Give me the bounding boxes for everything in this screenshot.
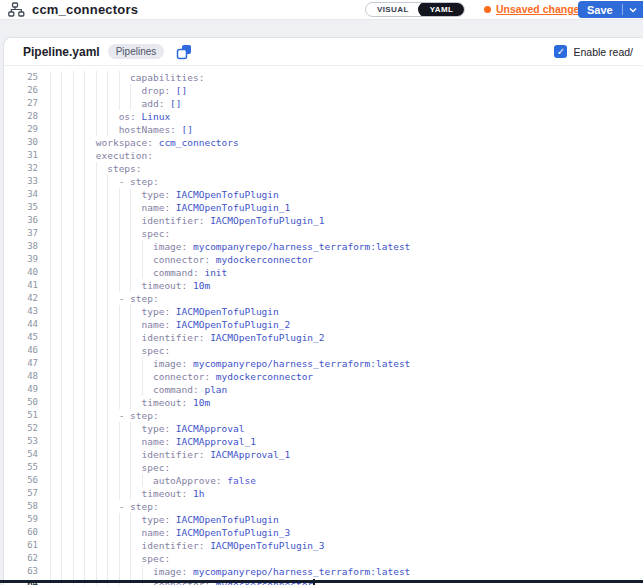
code-text[interactable]: workspace: ccm_connectors <box>44 136 643 149</box>
code-text[interactable]: capabilities: <box>44 71 643 84</box>
code-line[interactable]: 38image: mycompanyrepo/harness_terraform… <box>4 240 643 253</box>
code-text[interactable]: image: mycompanyrepo/harness_terraform:l… <box>44 357 643 370</box>
code-text[interactable]: name: IACMApproval_1 <box>44 435 643 448</box>
unsaved-changes[interactable]: Unsaved changes <box>484 3 585 15</box>
yaml-key: type: <box>142 514 171 525</box>
yaml-value: IACMApproval <box>170 423 244 434</box>
code-text[interactable]: identifier: IACMApproval_1 <box>44 448 643 461</box>
yaml-value: IACMOpenTofuPlugin <box>170 306 279 317</box>
code-text[interactable]: timeout: 1h <box>44 487 643 500</box>
toggle-yaml-option[interactable]: YAML <box>418 2 466 17</box>
copy-icon[interactable] <box>176 44 192 60</box>
save-button[interactable]: Save <box>578 1 643 18</box>
code-line[interactable]: 37spec: <box>4 227 643 240</box>
code-text[interactable]: execution: <box>44 149 643 162</box>
code-line[interactable]: 58- step: <box>4 500 643 513</box>
code-text[interactable]: - step: <box>44 409 643 422</box>
code-line[interactable]: 61identifier: IACMOpenTofuPlugin_3 <box>4 539 643 552</box>
file-name-tab[interactable]: Pipeline.yaml <box>23 45 100 59</box>
code-line[interactable]: 59type: IACMOpenTofuPlugin <box>4 513 643 526</box>
code-line[interactable]: 56autoApprove: false <box>4 474 643 487</box>
code-text[interactable]: identifier: IACMOpenTofuPlugin_1 <box>44 214 643 227</box>
code-line[interactable]: 55spec: <box>4 461 643 474</box>
code-text[interactable]: image: mycompanyrepo/harness_terraform:l… <box>44 565 643 578</box>
code-line[interactable]: 30workspace: ccm_connectors <box>4 136 643 149</box>
code-line[interactable]: 57timeout: 1h <box>4 487 643 500</box>
code-text[interactable]: command: init <box>44 266 643 279</box>
code-line[interactable]: 27add: [] <box>4 97 643 110</box>
enable-read-checkbox[interactable]: ✓ <box>554 45 567 58</box>
code-line[interactable]: 62spec: <box>4 552 643 565</box>
code-line[interactable]: 41timeout: 10m <box>4 279 643 292</box>
code-text[interactable]: type: IACMOpenTofuPlugin <box>44 513 643 526</box>
code-line[interactable]: 32steps: <box>4 162 643 175</box>
yaml-key: workspace: <box>96 137 153 148</box>
code-text[interactable]: spec: <box>44 552 643 565</box>
visual-yaml-toggle[interactable]: VISUAL YAML <box>365 2 465 17</box>
code-line[interactable]: 47image: mycompanyrepo/harness_terraform… <box>4 357 643 370</box>
code-text[interactable]: image: mycompanyrepo/harness_terraform:l… <box>44 240 643 253</box>
indent-guides <box>50 201 142 214</box>
code-text[interactable]: - step: <box>44 500 643 513</box>
code-line[interactable]: 25capabilities: <box>4 71 643 84</box>
yaml-key: os: <box>119 111 136 122</box>
yaml-key: timeout: <box>142 280 188 291</box>
code-line[interactable]: 28os: Linux <box>4 110 643 123</box>
code-line[interactable]: 42- step: <box>4 292 643 305</box>
code-line[interactable]: 29hostNames: [] <box>4 123 643 136</box>
code-text[interactable]: spec: <box>44 461 643 474</box>
code-text[interactable]: timeout: 10m <box>44 396 643 409</box>
code-line[interactable]: 49command: plan <box>4 383 643 396</box>
save-menu-chevron-icon[interactable] <box>623 7 643 13</box>
code-text[interactable]: identifier: IACMOpenTofuPlugin_2 <box>44 331 643 344</box>
code-line[interactable]: 48connector: mydockerconnector <box>4 370 643 383</box>
toggle-visual-option[interactable]: VISUAL <box>366 5 418 14</box>
code-line[interactable]: 39connector: mydockerconnector <box>4 253 643 266</box>
code-line[interactable]: 52type: IACMApproval <box>4 422 643 435</box>
code-text[interactable]: os: Linux <box>44 110 643 123</box>
code-text[interactable]: - step: <box>44 175 643 188</box>
code-line[interactable]: 34type: IACMOpenTofuPlugin <box>4 188 643 201</box>
code-text[interactable]: identifier: IACMOpenTofuPlugin_3 <box>44 539 643 552</box>
code-line[interactable]: 35name: IACMOpenTofuPlugin_1 <box>4 201 643 214</box>
code-text[interactable]: hostNames: [] <box>44 123 643 136</box>
indent-guides <box>50 162 107 175</box>
code-text[interactable]: command: plan <box>44 383 643 396</box>
code-text[interactable]: type: IACMApproval <box>44 422 643 435</box>
code-line[interactable]: 43type: IACMOpenTofuPlugin <box>4 305 643 318</box>
code-line[interactable]: 46spec: <box>4 344 643 357</box>
code-text[interactable]: spec: <box>44 344 643 357</box>
code-text[interactable]: connector: mydockerconnector <box>44 253 643 266</box>
code-line[interactable]: 33- step: <box>4 175 643 188</box>
code-line[interactable]: 54identifier: IACMApproval_1 <box>4 448 643 461</box>
code-line[interactable]: 45identifier: IACMOpenTofuPlugin_2 <box>4 331 643 344</box>
code-text[interactable]: type: IACMOpenTofuPlugin <box>44 188 643 201</box>
code-line[interactable]: 31execution: <box>4 149 643 162</box>
unsaved-changes-link[interactable]: Unsaved changes <box>496 3 585 15</box>
code-line[interactable]: 26drop: [] <box>4 84 643 97</box>
code-text[interactable]: drop: [] <box>44 84 643 97</box>
code-text[interactable]: - step: <box>44 292 643 305</box>
code-text[interactable]: autoApprove: false <box>44 474 643 487</box>
code-line[interactable]: 63image: mycompanyrepo/harness_terraform… <box>4 565 643 578</box>
code-text[interactable]: connector: mydockerconnector <box>44 370 643 383</box>
code-line[interactable]: 51- step: <box>4 409 643 422</box>
code-text[interactable]: type: IACMOpenTofuPlugin <box>44 305 643 318</box>
code-text[interactable]: add: [] <box>44 97 643 110</box>
code-line[interactable]: 40command: init <box>4 266 643 279</box>
code-text[interactable]: name: IACMOpenTofuPlugin_1 <box>44 201 643 214</box>
yaml-value: 10m <box>187 397 210 408</box>
yaml-key: identifier: <box>142 215 205 226</box>
code-line[interactable]: 53name: IACMApproval_1 <box>4 435 643 448</box>
code-text[interactable]: spec: <box>44 227 643 240</box>
save-button-label[interactable]: Save <box>578 4 622 16</box>
code-text[interactable]: name: IACMOpenTofuPlugin_2 <box>44 318 643 331</box>
code-line[interactable]: 60name: IACMOpenTofuPlugin_3 <box>4 526 643 539</box>
code-line[interactable]: 36identifier: IACMOpenTofuPlugin_1 <box>4 214 643 227</box>
code-line[interactable]: 44name: IACMOpenTofuPlugin_2 <box>4 318 643 331</box>
code-text[interactable]: timeout: 10m <box>44 279 643 292</box>
yaml-code-editor[interactable]: 25capabilities:26drop: []27add: []28os: … <box>4 66 643 585</box>
code-text[interactable]: name: IACMOpenTofuPlugin_3 <box>44 526 643 539</box>
code-text[interactable]: steps: <box>44 162 643 175</box>
code-line[interactable]: 50timeout: 10m <box>4 396 643 409</box>
